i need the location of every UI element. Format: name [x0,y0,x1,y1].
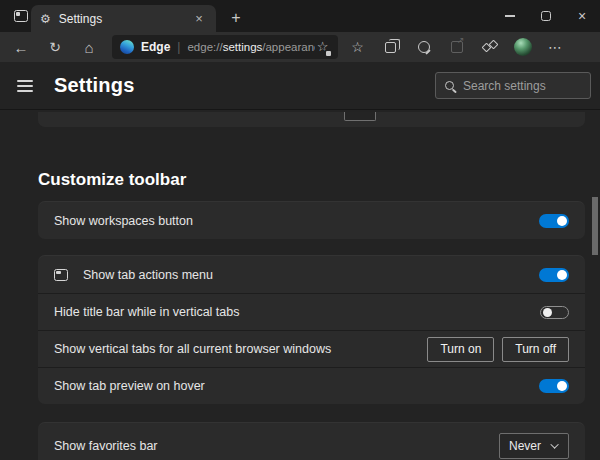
tab-actions-icon [14,10,28,22]
clipped-control [344,112,376,121]
turn-on-button[interactable]: Turn on [427,337,494,362]
row-favorites-bar: Show favorites bar Never [38,423,585,460]
url-separator: | [177,40,180,54]
title-bar: ⚙ Settings × + × [0,0,600,32]
search-input[interactable] [463,79,573,93]
settings-search-box[interactable] [435,72,591,99]
tab-actions-toggle[interactable] [539,268,569,282]
tab-close-icon[interactable]: × [191,11,207,27]
tab-title: Settings [59,12,102,26]
extension-button[interactable] [410,35,437,59]
close-button[interactable]: × [564,0,600,32]
minimize-button[interactable] [492,0,528,32]
site-brand-label: Edge [141,40,170,54]
add-favorite-icon[interactable]: ☆ [315,40,330,55]
window-controls: × [492,0,600,32]
tab-actions-icon [54,269,68,281]
profile-button[interactable] [509,35,536,59]
refresh-button[interactable]: ↻ [42,35,68,59]
scrollbar-thumb[interactable] [592,197,598,255]
gear-icon: ⚙ [40,13,51,25]
row-hide-title-bar: Hide title bar while in vertical tabs [38,293,585,330]
card-tab-options: Show tab actions menu Hide title bar whi… [38,255,585,404]
dropdown-value: Never [509,439,541,453]
share-button[interactable] [443,35,470,59]
url-path: /appearance [262,41,315,53]
search-icon [445,81,454,90]
extension-icon [418,41,430,53]
tab-preview-toggle[interactable] [539,379,569,393]
hide-title-bar-toggle[interactable] [540,306,569,319]
close-icon: × [578,9,586,23]
favorites-star-icon: ☆ [351,40,364,54]
clipped-card-above [38,112,585,127]
hamburger-icon [17,85,33,87]
new-tab-button[interactable]: + [224,7,248,29]
collections-icon [385,42,396,53]
more-menu-button[interactable]: ⋯ [542,35,569,59]
back-button[interactable]: ← [8,35,34,59]
url-text: edge://settings/appearance [187,41,315,53]
profile-avatar [514,38,532,56]
row-label: Show tab preview on hover [54,379,205,393]
card-favorites-bar: Show favorites bar Never [38,422,585,460]
settings-page: Settings Customize toolbar Show workspac… [0,62,600,460]
row-vertical-tabs-all-windows: Show vertical tabs for all current brows… [38,330,585,367]
row-tab-actions-menu: Show tab actions menu [38,256,585,293]
favorites-hub-button[interactable]: ☆ [344,35,371,59]
edge-logo-icon [120,40,134,54]
home-button[interactable]: ⌂ [76,35,102,59]
row-label: Show tab actions menu [83,268,213,282]
row-show-workspaces: Show workspaces button [38,202,585,239]
browser-tab-settings[interactable]: ⚙ Settings × [31,5,216,32]
toolbar-extensions-area: ☆ ⋯ [344,35,569,59]
url-scheme: edge:// [187,41,222,53]
maximize-icon [541,11,551,21]
favorites-bar-dropdown[interactable]: Never [499,433,569,459]
card-show-workspaces: Show workspaces button [38,201,585,239]
navigation-toolbar: ← ↻ ⌂ Edge | edge://settings/appearance … [0,32,600,62]
collections-button[interactable] [377,35,404,59]
show-workspaces-toggle[interactable] [539,214,569,228]
chevron-down-icon [550,440,558,448]
row-label: Show vertical tabs for all current brows… [54,342,331,356]
section-title: Customize toolbar [38,170,600,190]
menu-button[interactable] [13,74,37,98]
page-title: Settings [54,74,135,97]
row-label: Show workspaces button [54,214,193,228]
maximize-button[interactable] [528,0,564,32]
row-label: Show favorites bar [54,439,158,453]
split-screen-icon [483,40,497,54]
share-icon [451,41,463,53]
url-host: settings [223,41,263,53]
row-tab-preview: Show tab preview on hover [38,367,585,404]
minimize-icon [505,15,515,17]
row-label: Hide title bar while in vertical tabs [54,305,240,319]
address-bar[interactable]: Edge | edge://settings/appearance ☆ [112,35,338,59]
settings-content: Customize toolbar Show workspaces button… [0,110,600,460]
split-screen-button[interactable] [476,35,503,59]
settings-header: Settings [0,62,600,110]
more-menu-icon: ⋯ [548,39,563,55]
turn-off-button[interactable]: Turn off [502,337,569,362]
